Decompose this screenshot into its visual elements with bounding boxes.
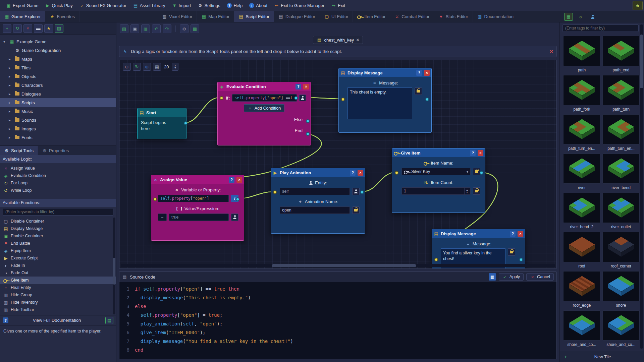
function-item-end-battle[interactable]: ⚑End Battle [0, 240, 116, 247]
tree-item-maps[interactable]: ▸Maps [0, 55, 116, 63]
lock-button[interactable] [352, 206, 360, 214]
node-header[interactable]: × Assign Value ? × [151, 175, 244, 184]
logic-item-evaluate-condition[interactable]: ◈Evaluate Condition [0, 172, 116, 179]
node-close-button[interactable]: × [236, 177, 242, 183]
tab-script-tools[interactable]: ⚙Script Tools [0, 146, 38, 155]
function-item-fade-out[interactable]: ◑Fade Out [0, 269, 116, 277]
chevron-right-icon[interactable]: ▸ [9, 83, 13, 87]
function-list-scrollbar[interactable] [113, 218, 115, 314]
function-item-execute-script[interactable]: ▶Execute Script [0, 254, 116, 262]
function-item-hide-inventory[interactable]: ▥Hide Inventory [0, 299, 116, 306]
settings-button[interactable]: ⚙ [180, 24, 189, 33]
output-port[interactable] [360, 190, 364, 194]
end-output-port[interactable] [306, 132, 310, 136]
chevron-right-icon[interactable]: ▸ [9, 66, 13, 70]
function-filter-input[interactable] [3, 208, 113, 216]
tile-path-turn-en[interactable]: path_turn_en... [562, 114, 601, 153]
undo-button[interactable]: ↶ [152, 24, 161, 33]
script-tab-chest-with-key[interactable]: ▤ chest_with_key × [313, 36, 363, 44]
input-port[interactable] [434, 258, 438, 261]
logic-item-for-loop[interactable]: ↻For Loop [0, 179, 116, 187]
chevron-right-icon[interactable]: ▸ [9, 74, 13, 79]
function-item-fade-in[interactable]: ◐Fade In [0, 262, 116, 269]
tab-stats-editor[interactable]: ♥Stats Editor [434, 11, 473, 22]
tab-hints[interactable]: ☼ [576, 13, 585, 21]
chevron-right-icon[interactable]: ▸ [9, 135, 13, 140]
tab-ui-editor[interactable]: ▢UI Editor [320, 11, 353, 22]
save-button[interactable]: ▣ [130, 24, 139, 33]
animation-name-input[interactable]: open [280, 206, 350, 214]
tile-roof-corner[interactable]: roof_corner [602, 232, 640, 270]
tree-item-game-configuration[interactable]: ⚙Game Configuration [0, 46, 116, 55]
node-header[interactable]: ▤ Display Message ? × [432, 229, 525, 238]
tile-path-turn-en[interactable]: path_turn_en... [602, 114, 640, 153]
scrollbar-thumb[interactable] [113, 258, 115, 285]
refresh-button[interactable]: ↻ [13, 24, 22, 33]
favorite-button[interactable]: ★ [44, 24, 53, 33]
node-close-button[interactable]: × [358, 170, 363, 176]
function-item-heal-entity[interactable]: +Heal Entity [0, 284, 116, 291]
tree-item-example-game[interactable]: ▾▦Example Game [0, 37, 116, 46]
logic-item-while-loop[interactable]: ↺While Loop [0, 187, 116, 194]
chevron-right-icon[interactable]: ▸ [9, 127, 13, 131]
else-output-port[interactable] [306, 119, 310, 123]
tile-path[interactable]: path [562, 36, 601, 74]
tab-map-editor[interactable]: ▦Map Editor [197, 11, 234, 22]
mascot-button[interactable]: ☻ [633, 1, 643, 10]
node-help-button[interactable]: ? [510, 231, 516, 237]
output-port[interactable] [519, 258, 523, 261]
item-name-select[interactable]: Silver Key ▾ [401, 168, 471, 175]
tab-game-explorer[interactable]: ▦Game Explorer [0, 11, 45, 22]
menu-import[interactable]: ▼Import [169, 2, 194, 9]
node-give-item[interactable]: Give Item ? × Item Name: Silver Key ▾ [392, 148, 485, 213]
variable-input[interactable]: self.property["open"] [158, 195, 229, 202]
scrollbar-thumb[interactable] [272, 264, 416, 267]
doc-toggle-button[interactable]: ▤ [105, 317, 113, 324]
node-close-button[interactable]: × [303, 84, 309, 89]
toggle-grid-button[interactable]: ▦ [153, 63, 161, 71]
view-full-documentation-button[interactable]: View Full Documentation [11, 318, 103, 323]
export-button[interactable]: ▦ [191, 24, 199, 33]
zoom-in-button[interactable]: ⊕ [143, 63, 151, 71]
node-start[interactable]: ▤ Start Script begins here [137, 108, 186, 139]
new-script-button[interactable]: ▤ [120, 24, 128, 33]
chevron-right-icon[interactable]: ▸ [9, 57, 13, 61]
input-port[interactable] [220, 96, 223, 100]
tab-properties[interactable]: ⚙Properties [38, 146, 73, 155]
pick-entity-button[interactable] [231, 214, 238, 221]
add-button[interactable]: + [3, 24, 11, 33]
pick-entity-button[interactable] [352, 188, 360, 195]
function-item-disable-container[interactable]: ▢Disable Container [0, 218, 116, 225]
tab-characters[interactable] [588, 13, 597, 21]
menu-exit[interactable]: ↪Exit [328, 2, 348, 9]
function-item-enable-container[interactable]: ▣Enable Container [0, 232, 116, 240]
node-display-message-2[interactable]: ▤ Display Message ? × ≡ Message: [432, 229, 525, 269]
tile-shore-and-co[interactable]: shore_and_co... [602, 310, 640, 349]
menu-settings[interactable]: ⚙Settings [195, 2, 223, 9]
tile-shore[interactable]: shore [602, 271, 640, 310]
menu-export-game[interactable]: ▣Export Game [3, 2, 41, 9]
node-help-button[interactable]: ? [296, 84, 301, 89]
tab-tile-palette[interactable]: ▦ [564, 13, 573, 21]
zoom-out-button[interactable]: ⊖ [123, 63, 131, 71]
node-evaluate-condition[interactable]: ◈ Evaluate Condition ? × If: self.proper… [217, 82, 311, 145]
node-assign-value[interactable]: × Assign Value ? × × Variable or Propert… [151, 175, 244, 241]
input-port[interactable] [273, 190, 277, 194]
tile-path-turn[interactable]: path_turn [602, 75, 640, 114]
message-textarea[interactable] [347, 87, 412, 119]
delete-button[interactable]: × [23, 24, 32, 33]
condition-input[interactable]: self.property["open"] == t [232, 94, 297, 102]
tab-dialogue-editor[interactable]: ▤Dialogue Editor [274, 11, 320, 22]
tree-item-characters[interactable]: ▸Characters [0, 81, 116, 89]
new-tile-button[interactable]: + New Tile... [560, 351, 644, 362]
value-input[interactable]: true [169, 214, 229, 221]
tile-path-fork[interactable]: path_fork [562, 75, 601, 114]
lock-button[interactable] [473, 187, 480, 195]
grid-size-stepper[interactable]: ▲ ▼ [172, 63, 178, 71]
cancel-button[interactable]: × Cancel [526, 273, 554, 281]
node-header[interactable]: ▤ Display Message ? × [339, 68, 431, 77]
tile-roof-edge[interactable]: roof_edge [562, 271, 601, 310]
apply-button[interactable]: ✓ Apply [499, 273, 524, 281]
tile-filter-input[interactable] [562, 24, 639, 32]
tile-path-end[interactable]: path_end [602, 36, 640, 74]
